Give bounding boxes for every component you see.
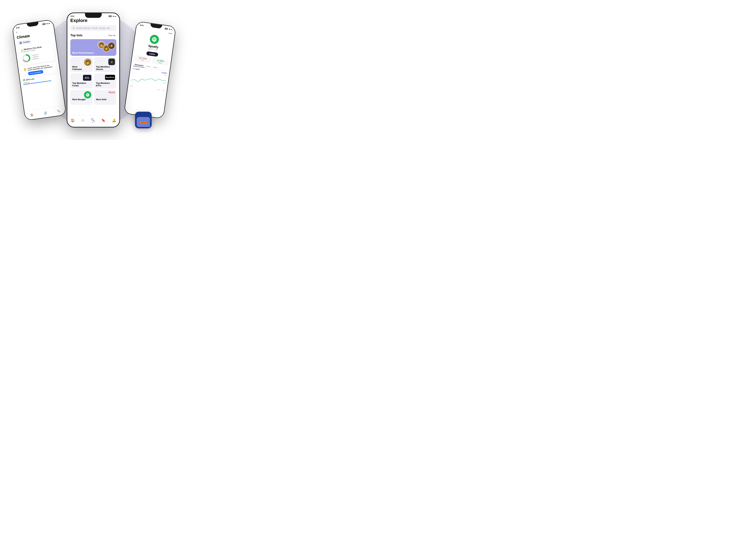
top-lists-header: Top lists See all › <box>70 34 116 37</box>
card-most-sold[interactable]: TELE2 Most Sold <box>94 90 116 105</box>
app-icon-inner <box>135 112 152 128</box>
nav-home-center[interactable]: 🏠 <box>71 118 75 122</box>
portfolio-avatar: 👤 <box>19 41 22 45</box>
y-label-120: 120 <box>162 89 164 91</box>
app-icon-dots <box>140 121 147 124</box>
portfolio-label: Portfolio <box>23 41 30 44</box>
tab-about[interactable]: About <box>152 65 159 70</box>
hero-avatars: 🧑 👩 🧔 <box>98 41 115 52</box>
green-portfolios-button[interactable]: Green portfolios <box>28 70 43 75</box>
today-stat: +1.53% Today <box>152 57 169 66</box>
week-badge: ● 1 WEEK <box>133 68 140 70</box>
wifi-icon-center: ◈ <box>113 15 114 17</box>
most-followed-icon-area: 🧑 <box>84 58 91 66</box>
nav-portfolio-center[interactable]: ⊙ <box>81 118 84 122</box>
bottom-nav-left: 🏠 📊 🔍 <box>24 105 66 120</box>
card-best-performance[interactable]: Best Performance 🧑 👩 🧔 <box>70 39 116 56</box>
three-dots-menu[interactable]: ••• <box>169 32 173 35</box>
app-dot-left <box>140 121 143 124</box>
x-label-6m: 6M <box>157 89 160 91</box>
lower-co2-text: Lower your CO₂ Risk by our Green portfol… <box>27 63 54 71</box>
search-bar[interactable]: Search Stocks, Funds, Groups, etc. <box>70 25 116 31</box>
best-performance-label: Best Performance <box>72 51 94 54</box>
svg-point-3 <box>73 27 75 29</box>
signal-icon-center: ▌▌▌ <box>109 15 112 17</box>
search-icon-center <box>73 27 75 29</box>
explore-title: Explore <box>70 17 116 23</box>
avatar-3: 🧔 <box>108 42 115 49</box>
card-top-members-etfs[interactable]: BlackRock Top MembersETFs <box>94 74 116 88</box>
grid-row-2: ACL Top MembersFunds BlackRock Top Membe… <box>70 74 116 88</box>
acl-logo: ACL <box>83 75 91 81</box>
spotify-brand-icon <box>151 36 157 42</box>
app-icon <box>135 112 152 128</box>
x-label-3m: 3M <box>130 85 133 87</box>
home-icon-center: 🏠 <box>71 118 75 122</box>
card-top-members-funds[interactable]: ACL Top MembersFunds <box>70 74 93 88</box>
home-icon-left: 🏠 <box>30 113 33 117</box>
nav-bell-center[interactable]: 🔔 <box>112 118 116 122</box>
tele2-icon-area: TELE2 <box>108 91 115 94</box>
nav-search-center[interactable]: 🔍 <box>91 118 95 123</box>
portfolio-badge: 👤 Portfolio <box>17 39 32 45</box>
lower-co2-inner: 🖐️ Lower your CO₂ Risk by our Green port… <box>23 63 55 76</box>
top-lists-title: Top lists <box>70 34 82 37</box>
blackrock-icon-area: BlackRock <box>105 75 115 80</box>
wifi-icon-left: ◈ <box>46 23 48 25</box>
co2-risk-card: 🍃 Medium CO₂ Risk Compared to others ● 2… <box>18 43 56 65</box>
bell-icon-center: 🔔 <box>112 118 116 122</box>
search-placeholder: Search Stocks, Funds, Groups, etc. <box>76 27 110 29</box>
acl-icon-area: ACL <box>83 75 91 81</box>
amazon-icon-area: a <box>108 58 115 65</box>
most-bought-label: Most Bought <box>72 98 91 101</box>
y-label-160: 160 <box>164 75 167 76</box>
donut-chart <box>21 53 31 63</box>
card-most-followed[interactable]: 🧑 MostFollowed <box>70 57 93 72</box>
lower-co2-text-area: Lower your CO₂ Risk by our Green portfol… <box>27 63 55 75</box>
portfolio-icon-center: ⊙ <box>81 118 84 122</box>
card-top-members-stocks[interactable]: a Top MembersStocks <box>94 57 116 72</box>
tab-news[interactable]: News <box>145 64 152 69</box>
nav-search-left[interactable]: 🔍 <box>57 109 60 113</box>
phone-explore: 9:41 ▌▌▌ ◈ ▬ Explore Search Stocks, Fund… <box>67 12 120 127</box>
spotify-big-icon <box>149 34 159 45</box>
scene: 9:41 ▌▌▌ ◈ ▬ ‹ Climate 👤 Portfolio 🍃 Med… <box>10 3 177 137</box>
lists-grid: Best Performance 🧑 👩 🧔 <box>70 39 116 105</box>
nav-bookmark-center[interactable]: 🔖 <box>101 118 105 122</box>
grid-row-1: 🧑 MostFollowed a Top MembersStocks <box>70 57 116 72</box>
wifi-icon-right: ◈ <box>169 28 170 30</box>
spotify-small-icon <box>84 91 91 99</box>
person-avatar: 🧑 <box>84 58 91 66</box>
top-members-stocks-label: Top MembersStocks <box>96 66 114 71</box>
hero-card-inner: Best Performance 🧑 👩 🧔 <box>70 39 116 56</box>
tab-discussion[interactable]: Discussion <box>133 63 145 68</box>
spotify-svg <box>86 93 90 97</box>
follow-button[interactable]: Follow <box>146 51 158 57</box>
most-followed-label: MostFollowed <box>72 66 91 71</box>
blackrock-logo: BlackRock <box>105 75 115 80</box>
svg-line-4 <box>74 28 75 29</box>
lower-co2-icon: 🖐️ <box>23 68 27 71</box>
active-dot-left <box>45 114 46 115</box>
top-members-etfs-label: Top MembersETFs <box>96 82 114 87</box>
climate-content: ‹ Climate 👤 Portfolio 🍃 Medium CO₂ Risk … <box>13 24 61 87</box>
amazon-icon: a <box>108 58 115 65</box>
top-members-funds-label: Top MembersFunds <box>72 82 91 87</box>
spotify-icon-area <box>84 91 91 99</box>
co2-legend: ● 22% Lo… ● 48% M… ● 30% Hi… <box>32 53 41 60</box>
nav-portfolio-left[interactable]: 📊 <box>43 111 47 115</box>
nav-home-left[interactable]: 🏠 <box>30 113 33 117</box>
see-all-button[interactable]: See all › <box>108 34 116 37</box>
bookmark-icon-center: 🔖 <box>101 118 105 122</box>
search-icon-center-nav: 🔍 <box>91 118 95 122</box>
search-icon-left: 🔍 <box>57 109 60 113</box>
tele2-logo: TELE2 <box>108 91 115 94</box>
battery-icon-center: ▬ <box>114 15 116 17</box>
most-sold-label: Most Sold <box>96 98 114 101</box>
grid-row-3: Most Bought TELE2 Most Sold <box>70 90 116 105</box>
time-center: 9:41 <box>71 15 74 17</box>
bottom-nav-center: 🏠 ⊙ 🔍 🔖 🔔 <box>67 115 119 127</box>
spotify-detail-content: ••• Spotify SPOT • US Follow <box>128 25 175 94</box>
card-most-bought[interactable]: Most Bought <box>70 90 93 105</box>
battery-icon-left: ▬ <box>48 22 50 24</box>
